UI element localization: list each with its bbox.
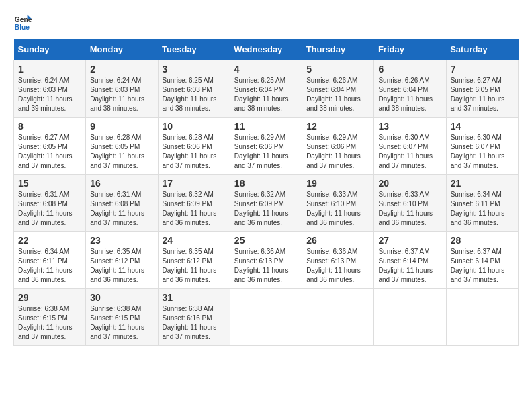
day-number: 18 [234, 178, 298, 189]
day-number: 8 [18, 121, 81, 132]
day-number: 6 [378, 64, 441, 75]
logo-icon: General Blue [13, 13, 32, 32]
calendar-day-20: 20 Sunrise: 6:33 AM Sunset: 6:10 PM Dayl… [374, 175, 446, 232]
day-number: 20 [378, 178, 441, 189]
calendar-day-8: 8 Sunrise: 6:27 AM Sunset: 6:05 PM Dayli… [14, 118, 86, 175]
calendar-day-22: 22 Sunrise: 6:34 AM Sunset: 6:11 PM Dayl… [14, 232, 86, 289]
header-friday: Friday [374, 39, 446, 60]
day-number: 11 [234, 121, 298, 132]
calendar-day-28: 28 Sunrise: 6:37 AM Sunset: 6:14 PM Dayl… [446, 232, 518, 289]
day-info: Sunrise: 6:26 AM Sunset: 6:04 PM Dayligh… [306, 76, 369, 113]
calendar-day-12: 12 Sunrise: 6:29 AM Sunset: 6:06 PM Dayl… [302, 118, 374, 175]
day-number: 9 [90, 121, 153, 132]
calendar-day-9: 9 Sunrise: 6:28 AM Sunset: 6:05 PM Dayli… [86, 118, 158, 175]
calendar-day-31: 31 Sunrise: 6:38 AM Sunset: 6:16 PM Dayl… [158, 289, 230, 346]
svg-text:Blue: Blue [15, 24, 30, 31]
day-info: Sunrise: 6:31 AM Sunset: 6:08 PM Dayligh… [90, 190, 153, 228]
calendar-day-29: 29 Sunrise: 6:38 AM Sunset: 6:15 PM Dayl… [14, 289, 86, 346]
day-number: 1 [18, 64, 81, 75]
calendar-week-1: 1 Sunrise: 6:24 AM Sunset: 6:03 PM Dayli… [14, 60, 519, 118]
calendar-day-5: 5 Sunrise: 6:26 AM Sunset: 6:04 PM Dayli… [302, 60, 374, 118]
day-info: Sunrise: 6:27 AM Sunset: 6:05 PM Dayligh… [451, 76, 514, 113]
day-number: 26 [306, 235, 369, 246]
day-number: 27 [378, 235, 441, 246]
empty-cell [302, 289, 374, 346]
day-number: 10 [163, 121, 226, 132]
calendar-day-1: 1 Sunrise: 6:24 AM Sunset: 6:03 PM Dayli… [14, 60, 86, 118]
day-info: Sunrise: 6:38 AM Sunset: 6:15 PM Dayligh… [90, 304, 153, 342]
day-number: 19 [306, 178, 369, 189]
calendar-header-row: SundayMondayTuesdayWednesdayThursdayFrid… [14, 39, 519, 60]
calendar-day-24: 24 Sunrise: 6:35 AM Sunset: 6:12 PM Dayl… [158, 232, 230, 289]
day-info: Sunrise: 6:25 AM Sunset: 6:04 PM Dayligh… [234, 76, 298, 113]
day-info: Sunrise: 6:32 AM Sunset: 6:09 PM Dayligh… [163, 190, 226, 228]
calendar-day-18: 18 Sunrise: 6:32 AM Sunset: 6:09 PM Dayl… [230, 175, 302, 232]
calendar-day-16: 16 Sunrise: 6:31 AM Sunset: 6:08 PM Dayl… [86, 175, 158, 232]
day-info: Sunrise: 6:28 AM Sunset: 6:05 PM Dayligh… [90, 133, 153, 171]
calendar-day-25: 25 Sunrise: 6:36 AM Sunset: 6:13 PM Dayl… [230, 232, 302, 289]
calendar-day-13: 13 Sunrise: 6:30 AM Sunset: 6:07 PM Dayl… [374, 118, 446, 175]
day-number: 22 [18, 235, 81, 246]
day-number: 30 [90, 292, 153, 303]
header-tuesday: Tuesday [158, 39, 230, 60]
day-info: Sunrise: 6:33 AM Sunset: 6:10 PM Dayligh… [306, 190, 369, 228]
day-number: 16 [90, 178, 153, 189]
day-number: 17 [163, 178, 226, 189]
day-number: 4 [234, 64, 298, 75]
calendar-week-3: 15 Sunrise: 6:31 AM Sunset: 6:08 PM Dayl… [14, 175, 519, 232]
day-info: Sunrise: 6:32 AM Sunset: 6:09 PM Dayligh… [234, 190, 298, 228]
calendar-day-2: 2 Sunrise: 6:24 AM Sunset: 6:03 PM Dayli… [86, 60, 158, 118]
day-number: 23 [90, 235, 153, 246]
calendar-day-21: 21 Sunrise: 6:34 AM Sunset: 6:11 PM Dayl… [446, 175, 518, 232]
day-number: 12 [306, 121, 369, 132]
day-number: 5 [306, 64, 369, 75]
day-number: 21 [451, 178, 514, 189]
day-number: 24 [163, 235, 226, 246]
empty-cell [374, 289, 446, 346]
calendar-day-10: 10 Sunrise: 6:28 AM Sunset: 6:06 PM Dayl… [158, 118, 230, 175]
calendar-day-26: 26 Sunrise: 6:36 AM Sunset: 6:13 PM Dayl… [302, 232, 374, 289]
header-monday: Monday [86, 39, 158, 60]
day-info: Sunrise: 6:24 AM Sunset: 6:03 PM Dayligh… [18, 76, 81, 113]
calendar-day-30: 30 Sunrise: 6:38 AM Sunset: 6:15 PM Dayl… [86, 289, 158, 346]
day-info: Sunrise: 6:24 AM Sunset: 6:03 PM Dayligh… [90, 76, 153, 113]
header-saturday: Saturday [446, 39, 518, 60]
empty-cell [446, 289, 518, 346]
day-number: 13 [378, 121, 441, 132]
day-number: 7 [451, 64, 514, 75]
header-sunday: Sunday [14, 39, 86, 60]
day-info: Sunrise: 6:33 AM Sunset: 6:10 PM Dayligh… [378, 190, 441, 228]
day-number: 15 [18, 178, 81, 189]
calendar-day-7: 7 Sunrise: 6:27 AM Sunset: 6:05 PM Dayli… [446, 60, 518, 118]
calendar-day-3: 3 Sunrise: 6:25 AM Sunset: 6:03 PM Dayli… [158, 60, 230, 118]
calendar-day-17: 17 Sunrise: 6:32 AM Sunset: 6:09 PM Dayl… [158, 175, 230, 232]
day-info: Sunrise: 6:37 AM Sunset: 6:14 PM Dayligh… [378, 247, 441, 285]
day-info: Sunrise: 6:29 AM Sunset: 6:06 PM Dayligh… [234, 133, 298, 171]
empty-cell [230, 289, 302, 346]
calendar-day-11: 11 Sunrise: 6:29 AM Sunset: 6:06 PM Dayl… [230, 118, 302, 175]
calendar-day-6: 6 Sunrise: 6:26 AM Sunset: 6:04 PM Dayli… [374, 60, 446, 118]
day-info: Sunrise: 6:34 AM Sunset: 6:11 PM Dayligh… [451, 190, 514, 228]
calendar-day-15: 15 Sunrise: 6:31 AM Sunset: 6:08 PM Dayl… [14, 175, 86, 232]
day-info: Sunrise: 6:38 AM Sunset: 6:15 PM Dayligh… [18, 304, 81, 342]
calendar-week-5: 29 Sunrise: 6:38 AM Sunset: 6:15 PM Dayl… [14, 289, 519, 346]
day-info: Sunrise: 6:35 AM Sunset: 6:12 PM Dayligh… [90, 247, 153, 285]
day-info: Sunrise: 6:27 AM Sunset: 6:05 PM Dayligh… [18, 133, 81, 171]
day-info: Sunrise: 6:36 AM Sunset: 6:13 PM Dayligh… [234, 247, 298, 285]
day-info: Sunrise: 6:30 AM Sunset: 6:07 PM Dayligh… [378, 133, 441, 171]
page-header: General Blue [13, 13, 519, 32]
day-info: Sunrise: 6:25 AM Sunset: 6:03 PM Dayligh… [163, 76, 226, 113]
day-info: Sunrise: 6:28 AM Sunset: 6:06 PM Dayligh… [163, 133, 226, 171]
day-info: Sunrise: 6:36 AM Sunset: 6:13 PM Dayligh… [306, 247, 369, 285]
day-info: Sunrise: 6:35 AM Sunset: 6:12 PM Dayligh… [163, 247, 226, 285]
day-number: 29 [18, 292, 81, 303]
day-info: Sunrise: 6:30 AM Sunset: 6:07 PM Dayligh… [451, 133, 514, 171]
calendar-day-19: 19 Sunrise: 6:33 AM Sunset: 6:10 PM Dayl… [302, 175, 374, 232]
header-thursday: Thursday [302, 39, 374, 60]
calendar-day-14: 14 Sunrise: 6:30 AM Sunset: 6:07 PM Dayl… [446, 118, 518, 175]
header-wednesday: Wednesday [230, 39, 302, 60]
calendar-week-2: 8 Sunrise: 6:27 AM Sunset: 6:05 PM Dayli… [14, 118, 519, 175]
day-info: Sunrise: 6:38 AM Sunset: 6:16 PM Dayligh… [163, 304, 226, 342]
day-info: Sunrise: 6:34 AM Sunset: 6:11 PM Dayligh… [18, 247, 81, 285]
day-number: 14 [451, 121, 514, 132]
